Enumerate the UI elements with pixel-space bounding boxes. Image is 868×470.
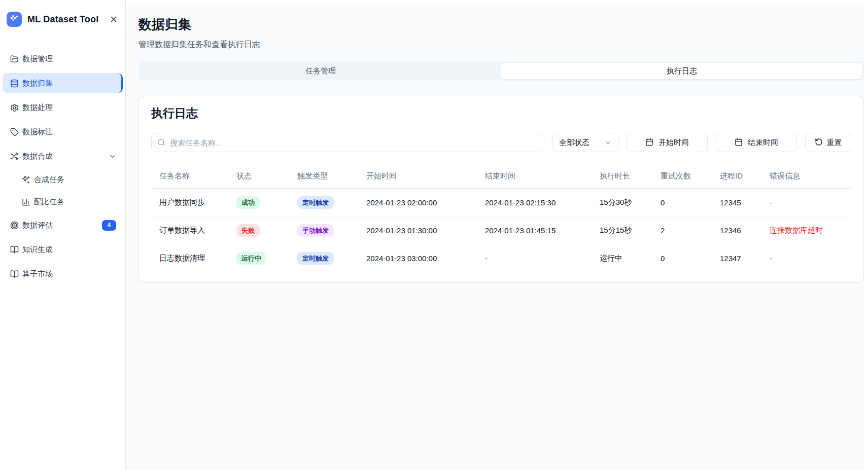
cell-start-time: 2024-01-23 03:00:00 bbox=[358, 254, 477, 263]
bar-chart-icon bbox=[21, 197, 30, 206]
cell-task-name: 订单数据导入 bbox=[151, 226, 228, 235]
tab-bar: 任务管理执行日志 bbox=[138, 61, 864, 81]
page-subtitle: 管理数据归集任务和查看执行日志 bbox=[138, 40, 864, 50]
chevron-down-icon bbox=[109, 153, 116, 160]
sidebar-item-label: 算子市场 bbox=[22, 269, 53, 279]
cell-trigger: 手动触发 bbox=[289, 224, 358, 237]
cell-pid: 12347 bbox=[712, 254, 761, 263]
cell-task-name: 日志数据清理 bbox=[151, 254, 228, 263]
cell-error: 连接数据库超时 bbox=[761, 226, 851, 235]
tab-0[interactable]: 任务管理 bbox=[140, 63, 501, 79]
cell-status: 失败 bbox=[228, 224, 289, 237]
column-header: 开始时间 bbox=[358, 171, 477, 181]
sidebar-item-label: 数据归集 bbox=[22, 79, 53, 88]
sidebar-item-label: 数据合成 bbox=[22, 152, 53, 161]
cell-start-time: 2024-01-23 01:30:00 bbox=[358, 226, 477, 235]
search-box bbox=[151, 133, 544, 152]
status-filter-value: 全部状态 bbox=[559, 138, 589, 148]
cell-duration: 15分30秒 bbox=[592, 198, 652, 207]
sidebar-item-6[interactable]: 配比任务 bbox=[14, 193, 123, 211]
sidebar-item-label: 合成任务 bbox=[34, 175, 64, 185]
sparkles-icon bbox=[21, 175, 30, 184]
sidebar-item-3[interactable]: 数据标注 bbox=[3, 122, 123, 142]
rotate-ccw-icon bbox=[815, 138, 823, 148]
sidebar-item-2[interactable]: 数据处理 bbox=[3, 97, 123, 118]
column-header: 任务名称 bbox=[151, 171, 228, 181]
folder-icon bbox=[10, 54, 19, 63]
calendar-icon bbox=[645, 138, 653, 148]
panel-title: 执行日志 bbox=[151, 106, 851, 120]
sidebar-item-5[interactable]: 合成任务 bbox=[14, 170, 123, 189]
sidebar-close-icon[interactable] bbox=[108, 14, 119, 25]
book-icon bbox=[10, 269, 19, 278]
sidebar-item-label: 数据评估 bbox=[22, 221, 53, 230]
table-row: 用户数据同步成功定时触发2024-01-23 02:00:002024-01-2… bbox=[151, 189, 851, 216]
sidebar-item-label: 知识生成 bbox=[22, 245, 53, 255]
reset-button[interactable]: 重置 bbox=[805, 133, 851, 152]
trigger-badge: 定时触发 bbox=[297, 196, 334, 209]
trigger-badge: 手动触发 bbox=[297, 224, 334, 237]
column-header: 进程ID bbox=[712, 171, 761, 181]
end-time-button[interactable]: 结束时间 bbox=[716, 133, 797, 152]
sidebar: ML Dataset Tool 数据管理数据归集数据处理数据标注数据合成合成任务… bbox=[0, 0, 126, 470]
cell-start-time: 2024-01-23 02:00:00 bbox=[358, 198, 477, 207]
cell-duration: 15分15秒 bbox=[592, 226, 652, 235]
cell-pid: 12346 bbox=[712, 226, 761, 235]
logs-panel: 执行日志 全部状态 开始时间 结束时间 bbox=[138, 96, 864, 282]
column-header: 触发类型 bbox=[289, 171, 358, 181]
sidebar-item-9[interactable]: 算子市场 bbox=[3, 264, 123, 284]
shuffle-icon bbox=[10, 152, 19, 161]
status-badge: 运行中 bbox=[236, 252, 266, 265]
cell-task-name: 用户数据同步 bbox=[151, 198, 228, 207]
tab-1[interactable]: 执行日志 bbox=[501, 63, 862, 79]
sidebar-item-7[interactable]: 数据评估4 bbox=[3, 215, 123, 235]
start-time-button[interactable]: 开始时间 bbox=[627, 133, 708, 152]
chevron-down-icon bbox=[604, 139, 612, 147]
app-logo-sparkles-icon bbox=[7, 12, 22, 27]
table-body: 用户数据同步成功定时触发2024-01-23 02:00:002024-01-2… bbox=[151, 189, 851, 272]
status-filter-select[interactable]: 全部状态 bbox=[552, 133, 618, 152]
database-icon bbox=[10, 79, 19, 88]
cell-trigger: 定时触发 bbox=[289, 196, 358, 209]
table-row: 日志数据清理运行中定时触发2024-01-23 03:00:00-运行中0123… bbox=[151, 244, 851, 272]
page-title: 数据归集 bbox=[138, 15, 864, 33]
cell-duration: 运行中 bbox=[592, 254, 652, 263]
search-input[interactable] bbox=[151, 133, 544, 152]
column-header: 执行时长 bbox=[592, 171, 652, 181]
cell-end-time: 2024-01-23 01:45:15 bbox=[477, 226, 592, 235]
cell-pid: 12345 bbox=[712, 198, 761, 207]
cell-retries: 2 bbox=[652, 226, 712, 235]
target-icon bbox=[10, 221, 19, 230]
column-header: 错误信息 bbox=[761, 171, 851, 181]
cell-retries: 0 bbox=[652, 198, 712, 207]
cell-trigger: 定时触发 bbox=[289, 252, 358, 265]
sidebar-item-label: 数据标注 bbox=[22, 127, 53, 137]
count-badge: 4 bbox=[102, 220, 116, 231]
cell-error: - bbox=[761, 254, 851, 263]
cell-error: - bbox=[761, 198, 851, 207]
app-title: ML Dataset Tool bbox=[27, 14, 102, 25]
cell-end-time: 2024-01-23 02:15:30 bbox=[477, 198, 592, 207]
tag-icon bbox=[10, 127, 19, 136]
column-header: 重试次数 bbox=[652, 171, 712, 181]
table-header: 任务名称状态触发类型开始时间结束时间执行时长重试次数进程ID错误信息 bbox=[151, 164, 851, 189]
trigger-badge: 定时触发 bbox=[297, 252, 334, 265]
column-header: 状态 bbox=[228, 171, 289, 181]
sidebar-item-1[interactable]: 数据归集 bbox=[3, 73, 123, 93]
status-badge: 成功 bbox=[236, 196, 260, 209]
column-header: 结束时间 bbox=[477, 171, 592, 181]
search-icon bbox=[157, 138, 165, 147]
sidebar-nav: 数据管理数据归集数据处理数据标注数据合成合成任务配比任务数据评估4知识生成算子市… bbox=[0, 39, 125, 298]
sidebar-item-label: 数据处理 bbox=[22, 103, 53, 113]
filter-row: 全部状态 开始时间 结束时间 重置 bbox=[151, 133, 851, 152]
sidebar-item-4[interactable]: 数据合成 bbox=[3, 146, 123, 166]
cell-retries: 0 bbox=[652, 254, 712, 263]
cell-status: 运行中 bbox=[228, 252, 289, 265]
sidebar-item-0[interactable]: 数据管理 bbox=[3, 49, 123, 69]
sidebar-item-8[interactable]: 知识生成 bbox=[3, 239, 123, 260]
book-icon bbox=[10, 245, 19, 254]
table-row: 订单数据导入失败手动触发2024-01-23 01:30:002024-01-2… bbox=[151, 216, 851, 244]
app-root: ML Dataset Tool 数据管理数据归集数据处理数据标注数据合成合成任务… bbox=[0, 0, 868, 470]
cell-end-time: - bbox=[477, 254, 592, 263]
sidebar-item-label: 配比任务 bbox=[34, 197, 64, 207]
